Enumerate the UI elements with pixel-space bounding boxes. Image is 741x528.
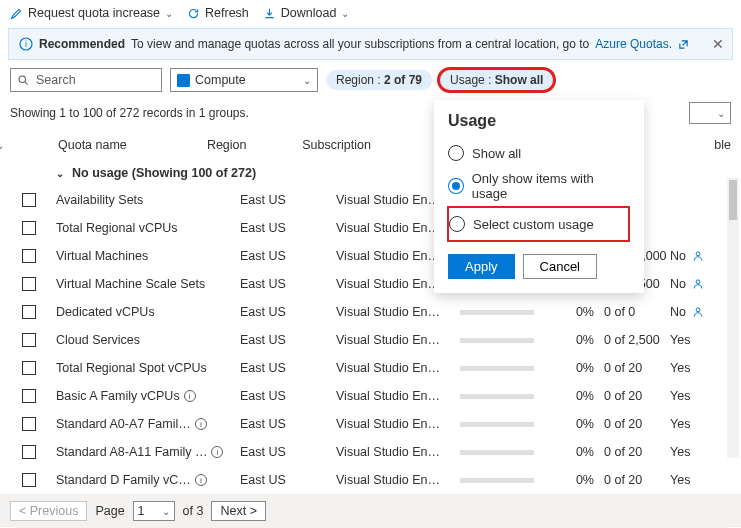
page-of: of 3 [183,504,204,518]
vertical-scrollbar[interactable] [727,178,739,458]
cancel-button[interactable]: Cancel [523,254,597,279]
cell-region: East US [240,445,336,459]
row-checkbox[interactable] [22,277,36,291]
cell-region: East US [240,221,336,235]
svg-text:i: i [25,39,27,49]
cell-percent: 0% [550,473,594,487]
cell-quota: Cloud Services [56,333,240,347]
chevron-down-icon: ⌄ [341,8,349,19]
row-checkbox[interactable] [22,473,36,487]
close-info-button[interactable]: ✕ [712,36,724,52]
cell-value: 0 of 20 [594,361,670,375]
row-checkbox[interactable] [22,417,36,431]
row-checkbox[interactable] [22,333,36,347]
cell-subscription: Visual Studio En… [336,361,460,375]
view-dropdown[interactable]: ⌄ [689,102,731,124]
refresh-icon [187,7,200,20]
pager: < Previous Page 1⌄ of 3 Next > [0,494,741,527]
cell-percent: 0% [550,389,594,403]
provider-label: Compute [195,73,246,87]
next-page-button[interactable]: Next > [211,501,265,521]
row-checkbox[interactable] [22,305,36,319]
page-input[interactable]: 1⌄ [133,501,175,521]
row-checkbox[interactable] [22,249,36,263]
radio-show-all[interactable]: Show all [448,140,630,166]
usage-bar [460,450,550,455]
region-pill-value: 2 of 79 [384,73,422,87]
cell-quota: Virtual Machines [56,249,240,263]
apply-button[interactable]: Apply [448,254,515,279]
usage-bar [460,366,550,371]
cell-adjustable: Yes [670,361,706,375]
cell-percent: 0% [550,445,594,459]
request-quota-button[interactable]: Request quota increase ⌄ [10,6,173,20]
download-button[interactable]: Download ⌄ [263,6,350,20]
row-checkbox[interactable] [22,221,36,235]
row-checkbox[interactable] [22,389,36,403]
region-filter-pill[interactable]: Region : 2 of 79 [326,70,432,90]
search-icon [17,74,30,87]
cell-subscription: Visual Studio En… [336,389,460,403]
usage-filter-pill[interactable]: Usage : Show all [440,70,553,90]
records-summary: Showing 1 to 100 of 272 records in 1 gro… [10,106,249,120]
row-checkbox[interactable] [22,193,36,207]
scroll-thumb[interactable] [729,180,737,220]
row-checkbox[interactable] [22,445,36,459]
cell-adjustable: No [670,305,706,319]
cell-adjustable: Yes [670,389,706,403]
table-row: Dedicated vCPUsEast USVisual Studio En…0… [0,298,741,326]
toolbar: Request quota increase ⌄ Refresh Downloa… [0,0,741,26]
cell-adjustable: No [670,249,706,263]
filters-row: Search Compute ⌄ Region : 2 of 79 Usage … [0,68,741,100]
cell-adjustable: No [670,277,706,291]
row-checkbox[interactable] [22,361,36,375]
chevron-down-icon[interactable]: ⌄ [0,140,4,151]
cell-adjustable: Yes [670,445,706,459]
cell-region: East US [240,389,336,403]
prev-page-button[interactable]: < Previous [10,501,87,521]
svg-point-3 [696,252,700,256]
radio-only-usage[interactable]: Only show items with usage [448,166,630,206]
cell-region: East US [240,193,336,207]
usage-bar [460,310,550,315]
external-link-icon [678,39,689,50]
radio-icon [448,145,464,161]
info-icon[interactable]: i [195,474,207,486]
cell-adjustable: Yes [670,473,706,487]
usage-bar [460,338,550,343]
chevron-down-icon: ⌄ [303,75,311,86]
cell-quota: Dedicated vCPUs [56,305,240,319]
table-row: Standard A8-A11 Family …iEast USVisual S… [0,438,741,466]
table-row: Total Regional Spot vCPUsEast USVisual S… [0,354,741,382]
th-subscription[interactable]: Subscription [302,138,399,152]
azure-quotas-link[interactable]: Azure Quotas. [595,37,672,51]
group-label: No usage (Showing 100 of 272) [72,166,256,180]
table-row: Standard D Family vC…iEast USVisual Stud… [0,466,741,494]
cell-quota: Virtual Machine Scale Sets [56,277,240,291]
search-input[interactable]: Search [10,68,162,92]
svg-point-2 [19,76,26,83]
cell-region: East US [240,473,336,487]
cell-quota: Total Regional Spot vCPUs [56,361,240,375]
cell-value: 0 of 20 [594,417,670,431]
info-icon[interactable]: i [184,390,196,402]
th-region[interactable]: Region [207,138,302,152]
usage-bar [460,478,550,483]
cell-percent: 0% [550,417,594,431]
refresh-button[interactable]: Refresh [187,6,249,20]
info-icon[interactable]: i [195,418,207,430]
chevron-down-icon: ⌄ [717,108,725,119]
cell-value: 0 of 20 [594,473,670,487]
radio-custom-usage[interactable]: Select custom usage [449,211,623,237]
th-quota[interactable]: Quota name [58,138,207,152]
cell-region: East US [240,305,336,319]
download-icon [263,7,276,20]
cell-region: East US [240,417,336,431]
info-icon[interactable]: i [211,446,223,458]
provider-dropdown[interactable]: Compute ⌄ [170,68,318,92]
compute-icon [177,74,190,87]
cell-quota: Standard D Family vC…i [56,473,240,487]
info-text: To view and manage quotas across all you… [131,37,589,51]
cell-percent: 0% [550,333,594,347]
cell-value: 0 of 2,500 [594,333,670,347]
